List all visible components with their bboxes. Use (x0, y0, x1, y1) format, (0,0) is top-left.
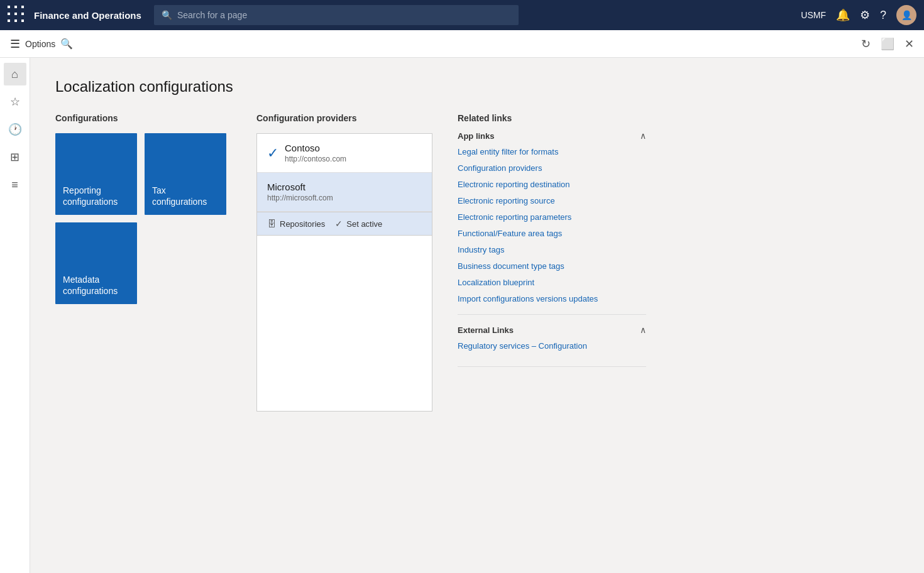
set-active-label: Set active (346, 219, 382, 229)
sidebar-favorites-icon[interactable]: ☆ (4, 90, 26, 113)
configurations-label: Configurations (55, 113, 231, 123)
refresh-button[interactable]: ↻ (861, 37, 871, 51)
provider-active-check-icon: ✓ (267, 145, 278, 161)
content-columns: Configurations Reporting configurations … (55, 113, 899, 412)
options-bar: ☰ Options 🔍 ↻ ⬜ ✕ (0, 30, 924, 58)
external-links-collapse-icon[interactable]: ∧ (640, 325, 646, 335)
link-industry-tags[interactable]: Industry tags (458, 245, 504, 254)
options-search-icon[interactable]: 🔍 (60, 38, 73, 50)
search-bar[interactable]: 🔍 (154, 5, 519, 25)
app-title: Finance and Operations (34, 10, 141, 21)
user-avatar[interactable]: 👤 (896, 5, 916, 25)
external-links-list: Regulatory services – Configuration (458, 340, 646, 351)
link-er-source[interactable]: Electronic reporting source (458, 196, 555, 205)
top-navigation: Finance and Operations 🔍 USMF 🔔 ⚙ ? 👤 (0, 0, 924, 30)
list-item: Electronic reporting destination (458, 178, 646, 190)
config-providers-label: Configuration providers (256, 113, 432, 123)
search-icon: 🔍 (162, 10, 172, 20)
related-links-section: Related links App links ∧ Legal entity f… (458, 113, 646, 412)
help-icon[interactable]: ? (880, 9, 886, 22)
link-legal-entity-filter[interactable]: Legal entity filter for formats (458, 147, 558, 156)
provider-url-contoso: http://contoso.com (285, 155, 422, 163)
page-title: Localization configurations (55, 78, 899, 96)
list-item: Import configurations versions updates (458, 293, 646, 304)
top-nav-right: USMF 🔔 ⚙ ? 👤 (801, 5, 916, 25)
set-active-button[interactable]: ✓ Set active (335, 219, 382, 229)
options-bar-actions: ↻ ⬜ ✕ (861, 37, 914, 51)
tile-reporting[interactable]: Reporting configurations (55, 133, 137, 215)
provider-name-contoso: Contoso (285, 143, 422, 153)
list-item: Functional/Feature area tags (458, 227, 646, 239)
app-links-label: App links (458, 131, 495, 141)
link-localization-blueprint[interactable]: Localization blueprint (458, 278, 534, 287)
list-item: Localization blueprint (458, 276, 646, 288)
app-links-collapse-icon[interactable]: ∧ (640, 131, 646, 141)
open-new-button[interactable]: ⬜ (881, 37, 894, 51)
provider-empty-area (256, 236, 432, 412)
section-divider (458, 314, 646, 315)
provider-actions-row: 🗄 Repositories ✓ Set active (257, 212, 432, 235)
list-item: Industry tags (458, 244, 646, 255)
provider-name-microsoft: Microsoft (267, 182, 422, 192)
provider-list: ✓ Contoso http://contoso.com Microsoft h… (256, 133, 432, 236)
external-links-label: External Links (458, 325, 514, 335)
list-item: Business document type tags (458, 260, 646, 271)
sidebar-recent-icon[interactable]: 🕐 (4, 118, 26, 141)
list-item: Configuration providers (458, 162, 646, 173)
sidebar: ⌂ ☆ 🕐 ⊞ ≡ (0, 58, 30, 573)
main-layout: ⌂ ☆ 🕐 ⊞ ≡ Localization configurations Co… (0, 58, 924, 573)
provider-item-contoso[interactable]: ✓ Contoso http://contoso.com (257, 134, 432, 173)
app-links-header: App links ∧ (458, 131, 646, 141)
set-active-check-icon: ✓ (335, 219, 343, 229)
search-input[interactable] (177, 10, 511, 20)
external-links-header: External Links ∧ (458, 325, 646, 335)
sidebar-workspaces-icon[interactable]: ⊞ (4, 146, 26, 168)
configurations-section: Configurations Reporting configurations … (55, 113, 231, 412)
link-er-parameters[interactable]: Electronic reporting parameters (458, 212, 571, 222)
config-tiles: Reporting configurations Tax configurati… (55, 133, 231, 304)
tile-metadata[interactable]: Metadata configurations (55, 222, 137, 304)
link-functional-feature-tags[interactable]: Functional/Feature area tags (458, 229, 562, 238)
link-import-config-updates[interactable]: Import configurations versions updates (458, 294, 598, 303)
main-content: Localization configurations Configuratio… (30, 58, 924, 573)
list-item: Electronic reporting source (458, 195, 646, 206)
settings-icon[interactable]: ⚙ (860, 8, 870, 22)
notification-icon[interactable]: 🔔 (836, 8, 850, 22)
bottom-divider (458, 366, 646, 367)
link-business-doc-tags[interactable]: Business document type tags (458, 261, 564, 271)
list-item: Regulatory services – Configuration (458, 340, 646, 351)
config-providers-section: Configuration providers ✓ Contoso http:/… (256, 113, 432, 412)
options-label: Options (25, 39, 55, 49)
link-regulatory-services[interactable]: Regulatory services – Configuration (458, 341, 587, 351)
hamburger-menu-icon[interactable]: ☰ (10, 37, 20, 51)
app-links-list: Legal entity filter for formats Configur… (458, 146, 646, 304)
list-item: Legal entity filter for formats (458, 146, 646, 157)
usmf-label: USMF (801, 10, 826, 20)
repositories-button[interactable]: 🗄 Repositories (267, 219, 325, 229)
list-item: Electronic reporting parameters (458, 211, 646, 222)
link-config-providers[interactable]: Configuration providers (458, 163, 542, 173)
provider-url-microsoft: http://microsoft.com (267, 194, 422, 202)
repositories-icon: 🗄 (267, 219, 276, 229)
close-button[interactable]: ✕ (905, 37, 914, 51)
tile-tax[interactable]: Tax configurations (145, 133, 226, 215)
link-er-destination[interactable]: Electronic reporting destination (458, 180, 570, 189)
app-grid-icon[interactable] (8, 6, 26, 25)
provider-item-microsoft[interactable]: Microsoft http://microsoft.com (257, 173, 432, 212)
related-links-title: Related links (458, 113, 646, 123)
sidebar-home-icon[interactable]: ⌂ (4, 63, 26, 85)
sidebar-modules-icon[interactable]: ≡ (4, 173, 26, 196)
repositories-label: Repositories (280, 219, 325, 229)
